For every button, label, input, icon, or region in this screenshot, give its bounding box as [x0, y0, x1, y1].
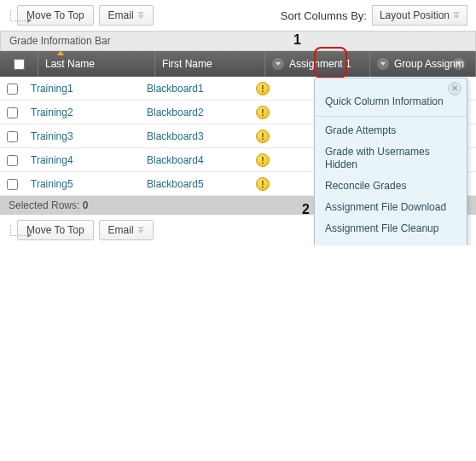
- row-checkbox[interactable]: [7, 107, 18, 118]
- row-checkbox[interactable]: [7, 155, 18, 166]
- header-assignment1[interactable]: Assignment 1: [265, 51, 370, 77]
- sort-columns-label: Sort Columns By:: [281, 9, 367, 22]
- sort-asc-icon: [57, 50, 64, 55]
- cell-last-name[interactable]: Training5: [24, 178, 140, 190]
- menu-item[interactable]: Quick Column Information: [315, 84, 467, 112]
- close-icon[interactable]: ✕: [448, 82, 461, 95]
- cell-last-name[interactable]: Training3: [24, 130, 140, 142]
- selected-rows-label: Selected Rows:: [9, 199, 79, 211]
- chevron-down-icon[interactable]: [453, 58, 465, 70]
- sort-columns-button[interactable]: Layout Position: [372, 5, 467, 26]
- row-checkbox-cell: [0, 129, 24, 145]
- callout-1-label: 1: [293, 32, 301, 48]
- chevron-down-icon[interactable]: [377, 58, 389, 70]
- selected-rows-count: 0: [83, 199, 89, 211]
- arrow-right-icon: [10, 225, 28, 236]
- chevron-down-icon: [137, 227, 144, 233]
- grade-center: Move To Top Email Sort Columns By: Layou…: [0, 0, 476, 245]
- row-checkbox[interactable]: [7, 179, 18, 190]
- chevron-down-icon[interactable]: [272, 58, 284, 70]
- menu-item[interactable]: Assignment File Cleanup: [315, 218, 467, 239]
- cell-first-name[interactable]: Blackboard4: [140, 154, 249, 166]
- cell-first-name[interactable]: Blackboard3: [140, 130, 249, 142]
- move-to-top-label: Move To Top: [26, 224, 84, 236]
- table-header: Last Name First Name Assignment 1 Group …: [0, 51, 476, 77]
- header-assignment1-label: Assignment 1: [289, 58, 351, 70]
- cell-first-name[interactable]: Blackboard1: [140, 83, 249, 95]
- needs-grading-icon: !: [256, 177, 270, 191]
- needs-grading-icon: !: [256, 82, 270, 95]
- header-first-name-label: First Name: [162, 58, 212, 70]
- callout-2-label: 2: [302, 202, 310, 217]
- chevron-down-icon: [453, 12, 460, 19]
- row-checkbox-cell: [0, 153, 24, 169]
- cell-last-name[interactable]: Training1: [24, 83, 140, 95]
- email-label: Email: [108, 224, 134, 236]
- move-to-top-label: Move To Top: [26, 9, 84, 21]
- check-all-checkbox[interactable]: [14, 59, 25, 70]
- header-check-all[interactable]: [0, 51, 38, 77]
- menu-item[interactable]: Assignment File Download: [315, 197, 467, 218]
- top-toolbar: Move To Top Email Sort Columns By: Layou…: [0, 0, 476, 31]
- header-first-name[interactable]: First Name: [155, 51, 265, 77]
- email-button-bottom[interactable]: Email: [99, 220, 154, 240]
- needs-grading-icon: !: [256, 153, 270, 167]
- row-checkbox[interactable]: [7, 131, 18, 142]
- menu-item[interactable]: Grade Attempts: [315, 120, 467, 141]
- cell-last-name[interactable]: Training2: [24, 107, 140, 118]
- email-label: Email: [108, 9, 134, 21]
- menu-item[interactable]: View Grade History: [315, 239, 467, 245]
- email-button[interactable]: Email: [99, 5, 154, 26]
- needs-grading-icon: !: [256, 106, 270, 119]
- row-checkbox[interactable]: [7, 84, 18, 95]
- column-context-menu: ✕ Quick Column InformationGrade Attempts…: [314, 78, 467, 245]
- arrow-right-icon: [10, 10, 28, 21]
- row-checkbox-cell: [0, 176, 24, 193]
- row-checkbox-cell: [0, 81, 24, 97]
- header-last-name-label: Last Name: [45, 58, 95, 70]
- row-checkbox-cell: [0, 105, 24, 121]
- menu-separator: [315, 116, 467, 117]
- menu-item[interactable]: Reconcile Grades: [315, 176, 467, 197]
- cell-first-name[interactable]: Blackboard2: [140, 107, 249, 118]
- sort-columns-value: Layout Position: [380, 9, 450, 21]
- cell-last-name[interactable]: Training4: [24, 154, 140, 166]
- grade-info-bar: Grade Information Bar: [0, 31, 476, 51]
- menu-item[interactable]: Grade with Usernames Hidden: [315, 141, 467, 176]
- needs-grading-icon: !: [256, 130, 270, 143]
- header-group-assignment[interactable]: Group Assignm: [370, 51, 476, 77]
- header-last-name[interactable]: Last Name: [38, 51, 155, 77]
- cell-first-name[interactable]: Blackboard5: [140, 178, 249, 190]
- chevron-down-icon: [137, 12, 144, 19]
